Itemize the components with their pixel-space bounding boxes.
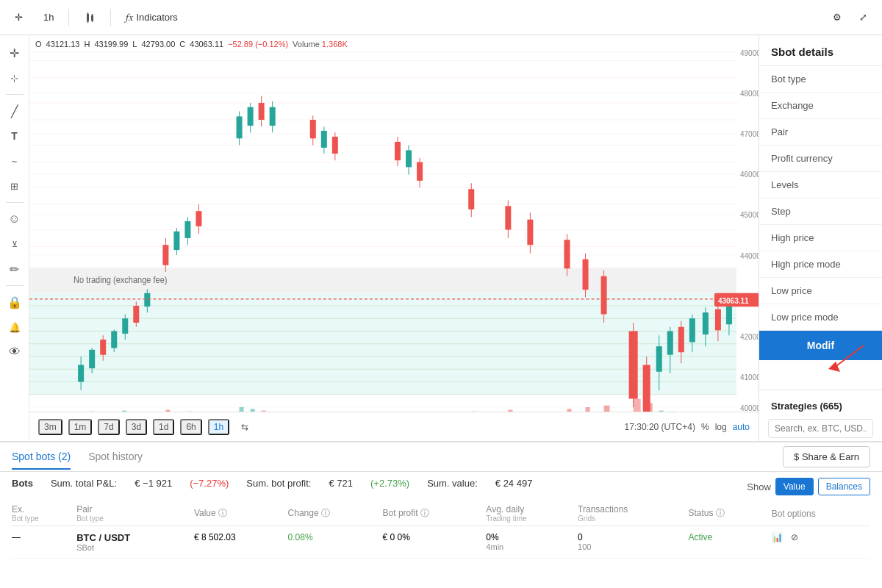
col-change: Change ⓘ xyxy=(288,501,383,526)
chart-timestamp: 17:30:20 (UTC+4) xyxy=(625,422,695,432)
brush-tool[interactable]: ✏ xyxy=(3,257,26,281)
table-row: — BTC / USDT SBot € 8 502.03 0.08% € 0 0… xyxy=(12,526,870,559)
cell-change: 0.08% xyxy=(288,526,383,559)
toolbar-right: ⚙ ⤢ xyxy=(827,9,873,26)
cross-tool[interactable]: ✛ xyxy=(3,41,26,65)
panel-high-price[interactable]: High price xyxy=(759,225,882,251)
tf-3d[interactable]: 3d xyxy=(126,419,147,435)
alert-tool[interactable]: 🔔 xyxy=(3,315,26,339)
left-toolbar: ✛ ⊹ ╱ T ~ ⊞ ☺ ⊻ ✏ 🔒 🔔 👁 xyxy=(0,35,29,441)
chart-auto[interactable]: auto xyxy=(733,422,750,432)
panel-pair[interactable]: Pair xyxy=(759,119,882,146)
path-tool[interactable]: ~ xyxy=(3,149,26,173)
bots-summary: Bots Sum. total P&L: € −1 921 (−7.27%) S… xyxy=(12,478,870,495)
svg-rect-85 xyxy=(395,142,401,160)
col-pair: Pair Bot type xyxy=(76,501,194,526)
tf-1d[interactable]: 1d xyxy=(153,419,174,435)
fib-tool[interactable]: ⊻ xyxy=(3,232,26,256)
svg-rect-91 xyxy=(468,189,474,209)
total-pnl-pct: (−7.27%) xyxy=(190,478,229,495)
svg-rect-101 xyxy=(601,276,607,315)
panel-exchange[interactable]: Exchange xyxy=(759,93,882,119)
cursor-tool[interactable]: ⊹ xyxy=(3,66,26,90)
stop-option-icon[interactable]: ⊘ xyxy=(791,532,798,542)
svg-text:41000.00: 41000.00 xyxy=(740,373,759,382)
toolbar-sep-2 xyxy=(110,9,111,26)
svg-rect-95 xyxy=(527,220,533,245)
col-status: Status ⓘ xyxy=(689,501,772,526)
panel-bot-type[interactable]: Bot type xyxy=(759,66,882,93)
strategies-title: Strategies (665) xyxy=(759,396,882,416)
panel-title: Sbot details xyxy=(759,35,882,66)
lt-sep-2 xyxy=(6,202,24,203)
svg-rect-71 xyxy=(237,116,243,138)
close-label: C xyxy=(179,40,185,49)
share-earn-btn[interactable]: $ Share & Earn xyxy=(783,446,870,467)
eye-tool[interactable]: 👁 xyxy=(3,340,26,364)
svg-rect-65 xyxy=(173,232,179,250)
measure-tool[interactable]: ⊞ xyxy=(3,174,26,198)
panel-high-price-mode[interactable]: High price mode xyxy=(759,251,882,278)
crosshair-tool[interactable]: ✛ xyxy=(9,9,29,26)
lock-tool[interactable]: 🔒 xyxy=(3,290,26,314)
high-value: 43199.99 xyxy=(94,40,128,49)
cell-status: Active xyxy=(689,526,772,559)
panel-profit-currency[interactable]: Profit currency xyxy=(759,146,882,172)
svg-rect-57 xyxy=(122,318,128,334)
svg-rect-53 xyxy=(100,340,106,355)
svg-text:46000.00: 46000.00 xyxy=(740,170,759,179)
lt-sep-3 xyxy=(6,285,24,286)
tf-1h[interactable]: 1h xyxy=(208,419,229,435)
chart-percent[interactable]: % xyxy=(701,422,709,432)
cell-options[interactable]: 📊 ⊘ xyxy=(772,526,870,559)
tf-6h[interactable]: 6h xyxy=(180,419,201,435)
svg-text:44000.00: 44000.00 xyxy=(740,251,759,260)
svg-rect-63 xyxy=(162,245,168,265)
svg-rect-113 xyxy=(689,318,695,342)
svg-rect-69 xyxy=(196,211,201,226)
chart-option-icon[interactable]: 📊 xyxy=(772,532,783,542)
svg-rect-119 xyxy=(726,304,732,325)
svg-rect-93 xyxy=(505,206,511,229)
tab-spot-bots[interactable]: Spot bots (2) xyxy=(12,445,71,470)
candle-type-btn[interactable] xyxy=(78,9,101,26)
settings-btn[interactable]: ⚙ xyxy=(827,9,847,26)
panel-low-price[interactable]: Low price xyxy=(759,278,882,304)
ohlc-bar: O 43121.13 H 43199.99 L 42793.00 C 43063… xyxy=(35,40,348,49)
tf-7d[interactable]: 7d xyxy=(98,419,119,435)
strategies-section: Strategies (665) Month backtest result R… xyxy=(759,390,882,441)
indicators-btn[interactable]: 𝑓𝑥 Indicators xyxy=(120,8,183,26)
line-tool[interactable]: ╱ xyxy=(3,99,26,123)
panel-low-price-mode[interactable]: Low price mode xyxy=(759,304,882,331)
timeframe-btn-1h[interactable]: 1h xyxy=(37,9,60,26)
show-label: Show xyxy=(747,481,771,492)
fullscreen-btn[interactable]: ⤢ xyxy=(853,9,873,26)
panel-levels[interactable]: Levels xyxy=(759,172,882,198)
tf-1m[interactable]: 1m xyxy=(68,419,93,435)
chart-log[interactable]: log xyxy=(715,422,727,432)
high-label: H xyxy=(84,40,90,49)
low-value: 42793.00 xyxy=(141,40,175,49)
panel-step[interactable]: Step xyxy=(759,198,882,225)
col-bot-profit: Bot profit ⓘ xyxy=(383,501,487,526)
bot-profit-pct: (+2.73%) xyxy=(370,478,409,495)
svg-text:45000.00: 45000.00 xyxy=(740,210,759,220)
tab-spot-history[interactable]: Spot history xyxy=(88,445,143,470)
tf-3m[interactable]: 3m xyxy=(38,419,62,435)
sum-value-label: Sum. value: xyxy=(427,478,478,495)
svg-text:43063.11: 43063.11 xyxy=(718,295,749,305)
svg-rect-111 xyxy=(678,327,684,353)
value-btn[interactable]: Value xyxy=(775,478,814,495)
svg-rect-81 xyxy=(321,131,327,148)
text-tool[interactable]: T xyxy=(3,124,26,148)
right-panel: Sbot details Bot type Exchange Pair Prof… xyxy=(759,35,882,441)
svg-text:42000.00: 42000.00 xyxy=(740,331,759,341)
toolbar-sep-1 xyxy=(68,9,69,26)
strategies-search[interactable] xyxy=(768,419,873,438)
cell-avg-daily: 0% 4min xyxy=(486,526,578,559)
balances-btn[interactable]: Balances xyxy=(818,478,870,495)
close-value: 43063.11 xyxy=(190,40,223,49)
modify-button[interactable]: Modif xyxy=(759,331,882,360)
emoji-tool[interactable]: ☺ xyxy=(3,207,26,231)
svg-rect-75 xyxy=(259,103,265,120)
